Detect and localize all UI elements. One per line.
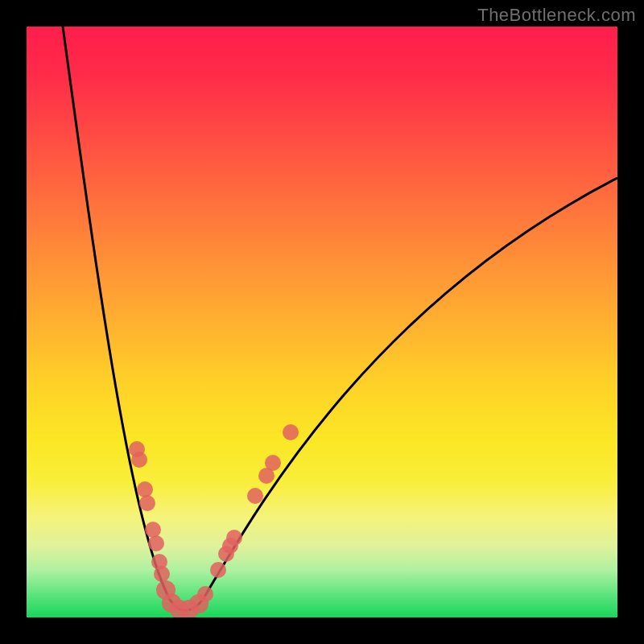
plot-area xyxy=(27,27,617,617)
bottleneck-curve xyxy=(63,27,617,610)
chart-frame: TheBottleneck.com xyxy=(0,0,644,644)
curve-markers-group xyxy=(129,424,299,617)
chart-svg xyxy=(27,27,617,617)
curve-marker xyxy=(145,522,161,538)
curve-marker xyxy=(197,586,213,602)
curve-marker xyxy=(283,424,299,440)
curve-marker xyxy=(131,452,147,468)
curve-marker xyxy=(247,488,263,504)
curve-marker xyxy=(226,530,242,546)
curve-marker xyxy=(137,481,153,497)
curve-marker xyxy=(139,495,155,511)
curve-marker xyxy=(210,562,226,578)
watermark-text: TheBottleneck.com xyxy=(477,5,636,26)
curve-marker xyxy=(265,455,281,471)
curve-marker xyxy=(148,535,164,551)
curve-marker xyxy=(154,566,170,582)
